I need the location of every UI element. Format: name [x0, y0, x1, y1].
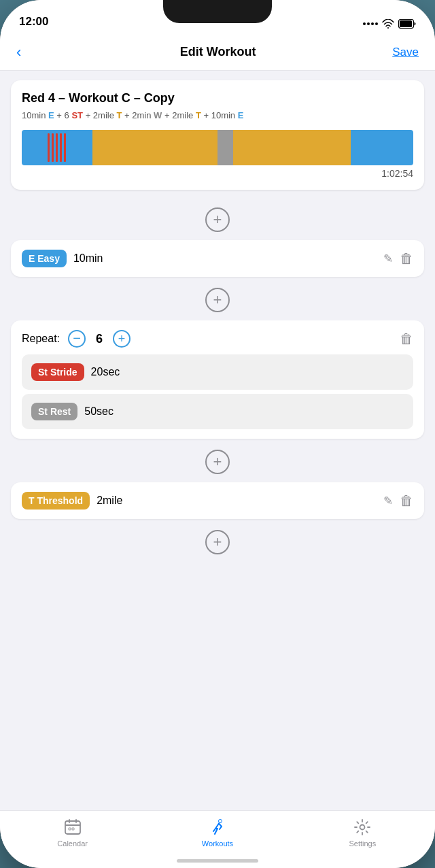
badge-rest: St Rest — [31, 403, 77, 420]
edit-icon-easy[interactable]: ✎ — [383, 252, 393, 266]
svg-rect-5 — [72, 828, 74, 830]
svg-point-7 — [360, 825, 365, 830]
phone-frame: 12:00 ‹ Edit Wor — [0, 0, 435, 868]
save-button[interactable]: Save — [392, 46, 419, 59]
segment-easy-duration: 10min — [73, 252, 377, 265]
bar-threshold-1 — [92, 130, 218, 165]
repeat-item-rest: St Rest 50sec — [22, 394, 413, 429]
wifi-icon — [382, 19, 394, 29]
signal-dots-icon — [363, 22, 378, 25]
bar-threshold-2 — [233, 130, 351, 165]
bar-easy-2 — [351, 130, 413, 165]
repeat-item-stride: St Stride 20sec — [22, 354, 413, 390]
repeat-count: 6 — [94, 332, 105, 346]
status-time: 12:00 — [19, 15, 48, 30]
tab-settings[interactable]: Settings — [290, 818, 435, 848]
page-title: Edit Workout — [180, 45, 256, 59]
edit-icon-threshold[interactable]: ✎ — [383, 494, 393, 508]
tab-workouts[interactable]: Workouts — [145, 818, 290, 848]
stride-duration: 20sec — [91, 366, 404, 378]
repeat-header: Repeat: − 6 + 🗑 — [22, 330, 413, 348]
svg-point-6 — [218, 820, 222, 823]
svg-rect-2 — [400, 20, 412, 27]
bar-easy-1 — [22, 130, 92, 165]
segment-threshold-duration: 2mile — [97, 495, 377, 507]
repeat-controls: Repeat: − 6 + — [22, 330, 130, 348]
tab-calendar[interactable]: Calendar — [0, 818, 145, 848]
tab-calendar-label: Calendar — [57, 839, 88, 848]
badge-threshold: T Threshold — [22, 492, 90, 510]
tab-settings-label: Settings — [349, 839, 376, 848]
nav-bar: ‹ Edit Workout Save — [0, 34, 435, 71]
bar-rest — [218, 130, 233, 165]
tab-workouts-label: Workouts — [202, 839, 233, 848]
workout-name: Red 4 – Workout C – Copy — [22, 91, 413, 105]
home-indicator — [177, 859, 258, 863]
back-button[interactable]: ‹ — [16, 44, 44, 61]
repeat-increase-button[interactable]: + — [113, 330, 130, 348]
delete-icon-threshold[interactable]: 🗑 — [400, 493, 413, 509]
workout-summary: 10min E + 6 ST + 2mile T + 2min W + 2mil… — [22, 110, 413, 122]
add-segment-button-1[interactable]: + — [205, 207, 230, 232]
content-area: Red 4 – Workout C – Copy 10min E + 6 ST … — [0, 71, 435, 810]
segment-card-easy: E Easy 10min ✎ 🗑 — [11, 240, 424, 277]
badge-easy: E Easy — [22, 250, 67, 267]
workout-summary-card: Red 4 – Workout C – Copy 10min E + 6 ST … — [11, 80, 424, 190]
rest-duration: 50sec — [84, 405, 404, 418]
segment-row-easy: E Easy 10min ✎ 🗑 — [22, 250, 413, 267]
notch — [163, 0, 272, 23]
add-segment-button-3[interactable]: + — [205, 450, 230, 474]
add-btn-row-3: + — [0, 441, 435, 482]
delete-icon-easy[interactable]: 🗑 — [400, 251, 413, 267]
workout-duration: 1:02:54 — [22, 168, 413, 179]
svg-point-0 — [387, 27, 389, 29]
settings-icon — [353, 818, 372, 837]
svg-rect-4 — [69, 828, 71, 830]
repeat-label: Repeat: — [22, 333, 60, 345]
battery-icon — [398, 19, 416, 29]
add-btn-row-4: + — [0, 522, 435, 563]
status-icons — [363, 19, 416, 30]
segment-row-threshold: T Threshold 2mile ✎ 🗑 — [22, 492, 413, 510]
delete-icon-repeat[interactable]: 🗑 — [400, 331, 413, 347]
calendar-icon — [63, 818, 82, 837]
add-btn-row-2: + — [0, 280, 435, 320]
add-btn-row-1: + — [0, 199, 435, 240]
segment-card-threshold: T Threshold 2mile ✎ 🗑 — [11, 482, 424, 519]
workout-bar — [22, 130, 413, 165]
workouts-icon — [208, 818, 227, 837]
repeat-decrease-button[interactable]: − — [68, 330, 86, 348]
badge-stride: St Stride — [31, 363, 84, 381]
phone-screen: 12:00 ‹ Edit Wor — [0, 0, 435, 868]
add-segment-button-4[interactable]: + — [205, 530, 230, 554]
repeat-card: Repeat: − 6 + 🗑 St Stride 20sec St Rest … — [11, 320, 424, 439]
add-segment-button-2[interactable]: + — [205, 288, 230, 312]
